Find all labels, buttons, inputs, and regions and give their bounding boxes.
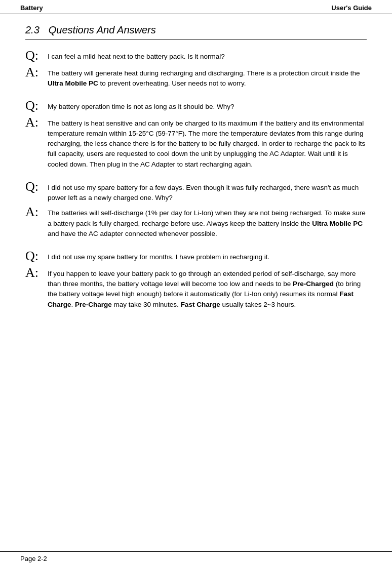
header-right: User's Guide xyxy=(331,4,372,12)
content-area: 2.3 Questions And Answers Q: I can feel … xyxy=(0,14,392,566)
answer-label-1: A: xyxy=(25,65,42,80)
question-row-3: Q: I did not use my spare battery for a … xyxy=(25,180,367,204)
question-row-1: Q: I can feel a mild heat next to the ba… xyxy=(25,49,367,63)
question-text-2: My battery operation time is not as long… xyxy=(48,99,234,112)
answer-text-1: The battery will generate heat during re… xyxy=(48,65,367,89)
answer-label-3: A: xyxy=(25,205,42,220)
bold-pre-charge-2: Pre-Charge xyxy=(75,301,112,308)
bold-text: Ultra Mobile PC xyxy=(48,79,98,87)
answer-label-4: A: xyxy=(25,266,42,280)
page-container: Battery User's Guide 2.3 Questions And A… xyxy=(0,0,392,566)
question-label-2: Q: xyxy=(25,99,42,113)
qa-block-3: Q: I did not use my spare battery for a … xyxy=(25,180,367,239)
question-text-3: I did not use my spare battery for a few… xyxy=(48,180,367,204)
question-text-1: I can feel a mild heat next to the batte… xyxy=(48,49,225,62)
section-number: 2.3 xyxy=(25,24,40,36)
qa-block-4: Q: I did not use my spare battery for mo… xyxy=(25,249,367,310)
answer-text-4: If you happen to leave your battery pack… xyxy=(48,266,367,310)
section-title: Questions And Answers xyxy=(49,24,156,36)
qa-block-1: Q: I can feel a mild heat next to the ba… xyxy=(25,49,367,89)
question-row-4: Q: I did not use my spare battery for mo… xyxy=(25,249,367,264)
question-label-3: Q: xyxy=(25,180,42,194)
question-label-1: Q: xyxy=(25,49,42,63)
answer-label-2: A: xyxy=(25,115,42,130)
bold-fast-charge-2: Fast Charge xyxy=(181,301,220,308)
bold-text-3: Ultra Mobile PC xyxy=(312,220,363,227)
bold-pre-charged: Pre-Charged xyxy=(293,280,334,288)
question-text-4: I did not use my spare battery for month… xyxy=(48,249,269,262)
answer-text-3: The batteries will self-discharge (1% pe… xyxy=(48,205,367,239)
answer-row-2: A: The battery is heat sensitive and can… xyxy=(25,115,367,170)
page-header: Battery User's Guide xyxy=(0,0,392,14)
answer-row-4: A: If you happen to leave your battery p… xyxy=(25,266,367,310)
answer-row-1: A: The battery will generate heat during… xyxy=(25,65,367,89)
section-heading: 2.3 Questions And Answers xyxy=(25,24,367,39)
question-row-2: Q: My battery operation time is not as l… xyxy=(25,99,367,113)
answer-text-2: The battery is heat sensitive and can on… xyxy=(48,115,367,170)
header-left: Battery xyxy=(20,4,43,12)
page-footer: Page 2-2 xyxy=(0,551,392,566)
footer-page-number: Page 2-2 xyxy=(20,555,47,562)
question-label-4: Q: xyxy=(25,249,42,264)
qa-block-2: Q: My battery operation time is not as l… xyxy=(25,99,367,170)
answer-row-3: A: The batteries will self-discharge (1%… xyxy=(25,205,367,239)
